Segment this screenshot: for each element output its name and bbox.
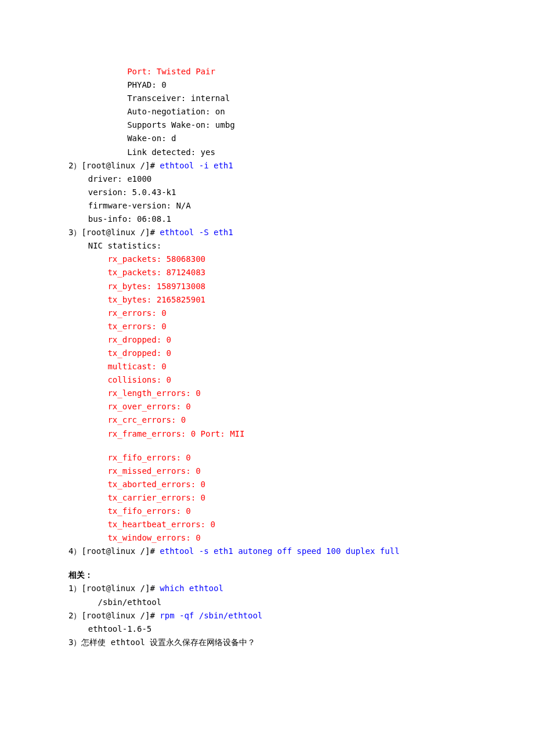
output-transceiver: Transceiver: internal: [68, 92, 466, 105]
stat-rx-bytes: rx_bytes: 1589713008: [68, 280, 466, 293]
output-link-detected: Link detected: yes: [68, 146, 466, 159]
stat-rx-over-errors: rx_over_errors: 0: [68, 400, 466, 413]
stat-rx-fifo-errors: rx_fifo_errors: 0: [68, 451, 466, 465]
output-supports-wake-on: Supports Wake-on: umbg: [68, 118, 466, 132]
stat-tx-fifo-errors: tx_fifo_errors: 0: [68, 505, 466, 518]
output-firmware-version: firmware-version: N/A: [68, 199, 466, 213]
stat-tx-heartbeat-errors: tx_heartbeat_errors: 0: [68, 518, 466, 531]
output-driver: driver: e1000: [68, 172, 466, 186]
shell-prompt: 2）[root@linux /]#: [68, 611, 160, 620]
section-heading-related: 相关：: [68, 568, 466, 582]
shell-prompt: 2）[root@linux /]#: [68, 161, 160, 170]
command-rpm-qf: rpm -qf /sbin/ethtool: [160, 611, 262, 620]
output-which-path: /sbin/ethtool: [68, 596, 466, 609]
output-phyad: PHYAD: 0: [68, 78, 466, 92]
shell-prompt: 1）[root@linux /]#: [68, 584, 160, 593]
prompt-line-3: 3）[root@linux /]# ethtool -S eth1: [68, 226, 466, 239]
stat-rx-dropped: rx_dropped: 0: [68, 333, 466, 347]
output-rpm-package: ethtool-1.6-5: [68, 622, 466, 636]
stat-tx-window-errors: tx_window_errors: 0: [68, 531, 466, 545]
related-question-3: 3）怎样使 ethtool 设置永久保存在网络设备中？: [68, 636, 466, 649]
prompt-line-2: 2）[root@linux /]# ethtool -i eth1: [68, 159, 466, 172]
stat-rx-frame-errors: rx_frame_errors: 0 Port: MII: [68, 427, 466, 441]
section-gap: [68, 558, 466, 568]
stat-rx-errors: rx_errors: 0: [68, 307, 466, 320]
prompt-line-4: 4）[root@linux /]# ethtool -s eth1 autone…: [68, 545, 466, 558]
stat-rx-missed-errors: rx_missed_errors: 0: [68, 465, 466, 478]
stat-tx-packets: tx_packets: 87124083: [68, 266, 466, 279]
shell-prompt: 4）[root@linux /]#: [68, 546, 160, 556]
command-ethtool-s-upper: ethtool -S eth1: [160, 228, 233, 237]
related-prompt-2: 2）[root@linux /]# rpm -qf /sbin/ethtool: [68, 609, 466, 622]
stat-rx-crc-errors: rx_crc_errors: 0: [68, 413, 466, 427]
command-which-ethtool: which ethtool: [160, 584, 223, 593]
stat-tx-aborted-errors: tx_aborted_errors: 0: [68, 478, 466, 491]
stat-rx-length-errors: rx_length_errors: 0: [68, 387, 466, 400]
document-page: Port: Twisted Pair PHYAD: 0 Transceiver:…: [0, 0, 534, 672]
related-prompt-1: 1）[root@linux /]# which ethtool: [68, 582, 466, 595]
blank-line: [68, 441, 466, 451]
stat-multicast: multicast: 0: [68, 360, 466, 373]
output-port: Port: Twisted Pair: [68, 65, 466, 78]
stat-rx-packets: rx_packets: 58068300: [68, 253, 466, 266]
stat-tx-carrier-errors: tx_carrier_errors: 0: [68, 491, 466, 505]
output-auto-negotiation: Auto-negotiation: on: [68, 105, 466, 118]
output-version: version: 5.0.43-k1: [68, 186, 466, 199]
stat-collisions: collisions: 0: [68, 373, 466, 387]
command-ethtool-s-set: ethtool -s eth1 autoneg off speed 100 du…: [160, 546, 399, 556]
command-ethtool-i: ethtool -i eth1: [160, 161, 233, 170]
output-nic-statistics: NIC statistics:: [68, 239, 466, 253]
output-wake-on: Wake-on: d: [68, 132, 466, 145]
output-bus-info: bus-info: 06:08.1: [68, 213, 466, 226]
stat-tx-bytes: tx_bytes: 2165825901: [68, 293, 466, 307]
stat-tx-dropped: tx_dropped: 0: [68, 347, 466, 360]
shell-prompt: 3）[root@linux /]#: [68, 228, 160, 237]
stat-tx-errors: tx_errors: 0: [68, 320, 466, 333]
